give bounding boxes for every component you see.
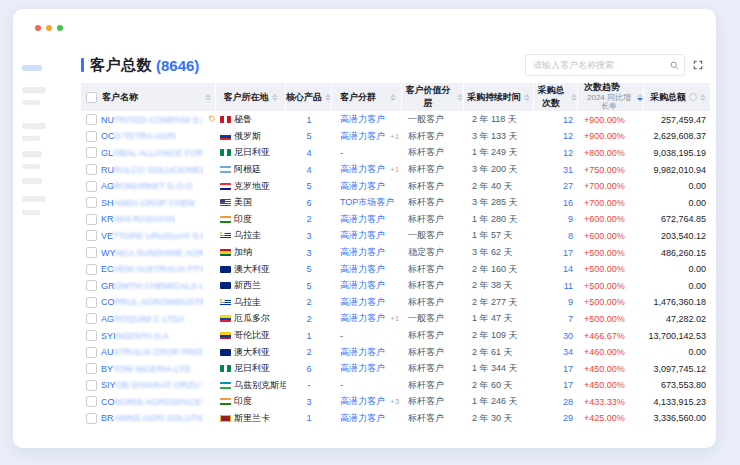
sort-control-duration[interactable]	[524, 94, 530, 101]
purchase-count[interactable]: 12	[534, 128, 578, 145]
segment-link[interactable]: 高潜力客户	[340, 131, 385, 141]
core-products-count[interactable]: 1	[286, 410, 332, 427]
fullscreen-expand-icon[interactable]	[693, 60, 703, 70]
row-checkbox[interactable]	[86, 297, 97, 308]
row-checkbox[interactable]	[86, 280, 97, 291]
segment-link[interactable]: 高潜力客户	[340, 230, 385, 240]
customer-name-link[interactable]: KRISHI RASAYAN	[101, 214, 175, 224]
row-checkbox[interactable]	[86, 214, 97, 225]
customer-name-link[interactable]: WYNCA SUNSHINE AGRIC PRO(U...	[101, 248, 203, 258]
segment-link[interactable]: 高潜力客户	[340, 363, 385, 373]
row-checkbox[interactable]	[86, 247, 97, 258]
row-checkbox[interactable]	[86, 363, 97, 374]
core-products-count[interactable]: 4	[286, 161, 332, 178]
core-products-count[interactable]: 5	[286, 128, 332, 145]
row-checkbox[interactable]	[86, 230, 97, 241]
info-icon[interactable]	[689, 93, 697, 101]
purchase-count[interactable]: 7	[534, 311, 578, 328]
purchase-count[interactable]: 11	[534, 277, 578, 294]
segment-link[interactable]: 高潜力客户	[340, 114, 385, 124]
segment-link[interactable]: 高潜力客户	[340, 413, 385, 423]
sort-control-tier[interactable]	[457, 94, 463, 101]
sort-control-purchases[interactable]	[571, 94, 577, 101]
purchase-count[interactable]: 29	[534, 410, 578, 427]
sort-control-name[interactable]	[205, 94, 211, 101]
customer-name-link[interactable]: OCD TETRA AGRI	[101, 131, 176, 141]
core-products-count[interactable]: 5	[286, 261, 332, 278]
sort-control-segment[interactable]	[390, 94, 396, 101]
purchase-count[interactable]: 17	[534, 244, 578, 261]
core-products-count[interactable]: 1	[286, 111, 332, 128]
sort-control-location[interactable]	[272, 94, 278, 101]
customer-name-link[interactable]: AUSTRALIS CROP PROTECTIONP...	[101, 347, 203, 357]
customer-name-link[interactable]: RURALCO SOLUCIONES S.A	[101, 165, 203, 175]
segment-link[interactable]: 高潜力客户	[340, 164, 385, 174]
row-checkbox[interactable]	[86, 114, 97, 125]
core-products-count[interactable]: 3	[286, 244, 332, 261]
row-checkbox[interactable]	[86, 181, 97, 192]
row-checkbox[interactable]	[86, 313, 97, 324]
row-checkbox[interactable]	[86, 396, 97, 407]
core-products-count[interactable]: 3	[286, 228, 332, 245]
purchase-count[interactable]: 9	[534, 211, 578, 228]
row-checkbox[interactable]	[86, 131, 97, 142]
customer-name-link[interactable]: ECHEM AUSTRALIA PTY LIMITED)	[101, 264, 203, 274]
segment-link[interactable]: 高潜力客户	[340, 297, 385, 307]
customer-name-link[interactable]: SIYOB SHAVKAT ORZU TIJORATX...	[101, 380, 203, 390]
purchase-count[interactable]: 14	[534, 261, 578, 278]
purchase-count[interactable]: 30	[534, 327, 578, 344]
customer-name-link[interactable]: SHANDA CROP CHEM	[101, 198, 195, 208]
sidebar-item-active[interactable]	[22, 65, 42, 71]
purchase-count[interactable]: 8	[534, 228, 578, 245]
segment-link[interactable]: TOP市场客户	[340, 197, 394, 207]
core-products-count[interactable]: 2	[286, 344, 332, 361]
purchase-count[interactable]: 9	[534, 294, 578, 311]
customer-name-link[interactable]: GROWTH CHEMICALS LIMITED	[101, 281, 203, 291]
search-box[interactable]	[525, 54, 685, 76]
segment-link[interactable]: 高潜力客户	[340, 396, 385, 406]
row-checkbox[interactable]	[86, 197, 97, 208]
customer-name-link[interactable]: BYTOM NIGERIA LTD	[101, 364, 191, 374]
purchase-count[interactable]: 17	[534, 377, 578, 394]
row-checkbox[interactable]	[86, 413, 97, 424]
customer-name-link[interactable]: COPRUL AGROINDUSTRIAL ALIANZR...	[101, 297, 203, 307]
search-input[interactable]	[531, 59, 668, 71]
purchase-count[interactable]: 31	[534, 161, 578, 178]
segment-link[interactable]: 高潜力客户	[340, 313, 385, 323]
sort-control-trend[interactable]	[637, 94, 643, 101]
core-products-count[interactable]: 2	[286, 311, 332, 328]
customer-name-link[interactable]: AGROMARKET D.O.O	[101, 181, 193, 191]
core-products-count[interactable]: 1	[286, 327, 332, 344]
customer-name-link[interactable]: BRAWNS AGRI SOLUTIONS PVT LTD	[101, 413, 203, 423]
row-checkbox[interactable]	[86, 347, 97, 358]
segment-link[interactable]: 高潜力客户	[340, 247, 385, 257]
purchase-count[interactable]: 16	[534, 194, 578, 211]
row-checkbox[interactable]	[86, 380, 97, 391]
segment-link[interactable]: 高潜力客户	[340, 280, 385, 290]
purchase-count[interactable]: 17	[534, 360, 578, 377]
row-checkbox[interactable]	[86, 164, 97, 175]
core-products-count[interactable]: 6	[286, 194, 332, 211]
row-checkbox[interactable]	[86, 330, 97, 341]
segment-link[interactable]: 高潜力客户	[340, 181, 385, 191]
close-button[interactable]	[35, 25, 41, 31]
core-products-count[interactable]: 5	[286, 178, 332, 195]
customer-name-link[interactable]: AGROQUIM C LTDA	[101, 314, 185, 324]
sort-control-total[interactable]	[700, 94, 706, 101]
purchase-count[interactable]: 27	[534, 178, 578, 195]
purchase-count[interactable]: 12	[534, 145, 578, 162]
row-checkbox[interactable]	[86, 147, 97, 158]
zoom-button[interactable]	[57, 25, 63, 31]
core-products-count[interactable]: 6	[286, 360, 332, 377]
customer-name-link[interactable]: GLOBAL ALLIANCE FOR CHEESECA...	[101, 148, 203, 158]
purchase-count[interactable]: 28	[534, 394, 578, 411]
customer-name-link[interactable]: VETTORE URUGUAY S.R.L	[101, 231, 203, 241]
core-products-count[interactable]: 2	[286, 211, 332, 228]
segment-link[interactable]: 高潜力客户	[340, 214, 385, 224]
search-icon[interactable]	[670, 61, 679, 70]
purchase-count[interactable]: 12	[534, 111, 578, 128]
segment-link[interactable]: 高潜力客户	[340, 264, 385, 274]
customer-name-link[interactable]: NUTRITED COMPANI S.A.C	[101, 115, 203, 125]
customer-name-link[interactable]: CONORIS AGROSPACE PRIVATE ...	[101, 397, 203, 407]
purchase-count[interactable]: 34	[534, 344, 578, 361]
